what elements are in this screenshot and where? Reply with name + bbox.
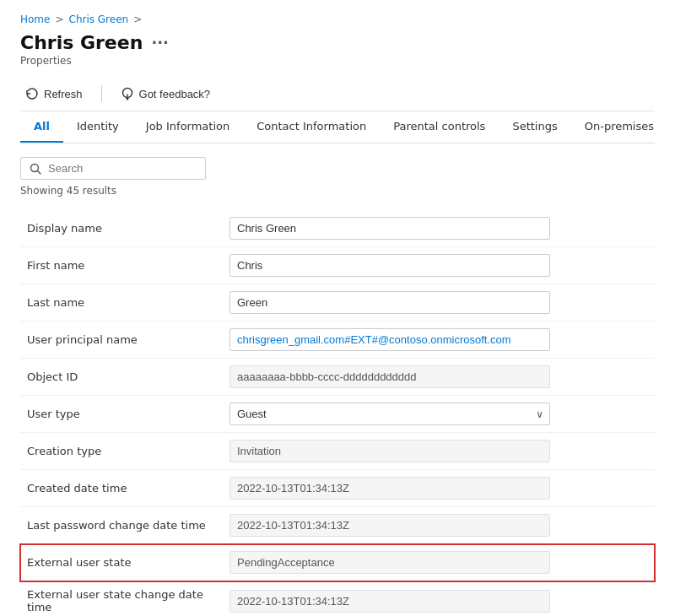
prop-input[interactable] (230, 254, 550, 277)
prop-input[interactable] (230, 328, 550, 351)
search-input[interactable] (48, 162, 197, 175)
prop-value[interactable] (223, 247, 655, 284)
table-row: Last password change date time (20, 507, 655, 544)
page-container: Home > Chris Green > Chris Green ··· Pro… (0, 0, 675, 616)
prop-value[interactable] (223, 544, 655, 581)
tab-on-premises[interactable]: On-premises (571, 111, 667, 143)
tab-parental-controls[interactable]: Parental controls (380, 111, 499, 143)
prop-label: External user state change date time (20, 581, 223, 617)
breadcrumb: Home > Chris Green > (20, 14, 655, 25)
table-row: User principal name (20, 322, 655, 359)
prop-input (230, 551, 550, 574)
tab-all[interactable]: All (20, 111, 63, 143)
prop-input[interactable] (230, 291, 550, 314)
prop-label: Last name (20, 284, 223, 322)
breadcrumb-home[interactable]: Home (20, 14, 50, 25)
prop-value[interactable] (223, 433, 655, 470)
page-title-text: Chris Green (20, 32, 143, 53)
tab-identity[interactable]: Identity (63, 111, 132, 143)
breadcrumb-user[interactable]: Chris Green (69, 14, 129, 25)
table-row: First name (20, 247, 655, 284)
table-row: External user state (20, 544, 655, 581)
page-title-row: Chris Green ··· (20, 32, 655, 53)
search-bar (20, 157, 206, 180)
more-options-icon[interactable]: ··· (151, 34, 169, 51)
table-row: External user state change date time (20, 581, 655, 617)
prop-input (230, 514, 550, 537)
feedback-label: Got feedback? (139, 88, 211, 100)
prop-input (230, 440, 550, 462)
table-row: User typeGuestMember∨ (20, 396, 655, 433)
feedback-button[interactable]: Got feedback? (116, 84, 216, 104)
page-subtitle: Properties (20, 55, 655, 67)
prop-value[interactable] (223, 284, 655, 322)
toolbar: Refresh Got feedback? (20, 77, 655, 111)
prop-label: Created date time (20, 470, 223, 507)
prop-input[interactable] (230, 217, 550, 240)
table-row: Last name (20, 284, 655, 322)
svg-point-1 (126, 98, 128, 100)
refresh-icon (25, 87, 39, 100)
toolbar-separator (101, 85, 102, 102)
svg-line-4 (38, 170, 41, 174)
tab-settings[interactable]: Settings (499, 111, 570, 143)
breadcrumb-sep1: > (55, 14, 63, 25)
prop-label: External user state (20, 544, 223, 581)
prop-value[interactable] (223, 210, 655, 247)
feedback-icon (121, 87, 134, 100)
refresh-button[interactable]: Refresh (20, 84, 88, 104)
prop-value[interactable] (223, 322, 655, 359)
prop-label: First name (20, 247, 223, 284)
refresh-label: Refresh (44, 88, 83, 100)
prop-label: Display name (20, 210, 223, 247)
table-row: Creation type (20, 433, 655, 470)
prop-value[interactable]: GuestMember∨ (223, 396, 655, 433)
prop-label: Object ID (20, 359, 223, 396)
prop-label: User type (20, 396, 223, 433)
prop-input (230, 477, 550, 500)
tab-job-information[interactable]: Job Information (132, 111, 243, 143)
prop-label: Creation type (20, 433, 223, 470)
tabs-container: All Identity Job Information Contact Inf… (20, 111, 655, 143)
prop-value[interactable] (223, 507, 655, 544)
prop-label: Last password change date time (20, 507, 223, 544)
prop-value[interactable] (223, 581, 655, 617)
prop-value[interactable] (223, 470, 655, 507)
properties-table: Display nameFirst nameLast nameUser prin… (20, 210, 655, 616)
results-count: Showing 45 results (20, 185, 655, 197)
prop-select-wrapper: GuestMember∨ (230, 403, 550, 425)
table-row: Display name (20, 210, 655, 247)
tab-contact-information[interactable]: Contact Information (243, 111, 380, 143)
prop-label: User principal name (20, 322, 223, 359)
table-row: Object ID (20, 359, 655, 396)
table-row: Created date time (20, 470, 655, 507)
prop-select[interactable]: GuestMember (230, 403, 550, 425)
prop-input (230, 590, 550, 613)
search-icon (30, 163, 41, 175)
prop-input (230, 365, 550, 388)
prop-value[interactable] (223, 359, 655, 396)
breadcrumb-sep2: > (133, 14, 142, 25)
